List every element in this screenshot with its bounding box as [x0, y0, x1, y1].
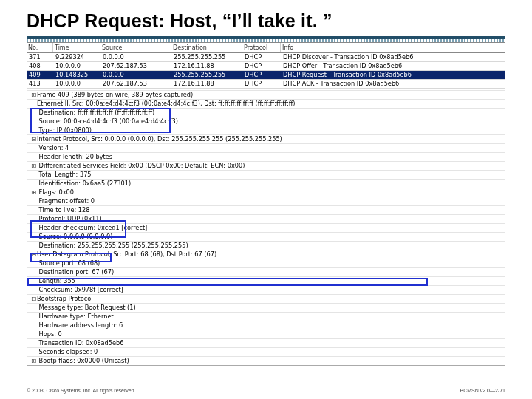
slide-title: DHCP Request: Host, “I’ll take it. ” [0, 0, 532, 36]
expander-icon[interactable]: ⊞ [30, 91, 37, 99]
detail-line: Header length: 20 bytes [27, 152, 505, 161]
slide-number: BCMSN v2.0—2-71 [460, 388, 505, 393]
cell-time: 10.0.0.0 [54, 80, 101, 88]
cell-dst: 255.255.255.255 [172, 71, 243, 79]
expander-icon[interactable]: ⊞ [30, 162, 37, 170]
cell-proto: DHCP [243, 80, 282, 88]
detail-text: Ethernet II, Src: 00:0a:e4:d4:4c:f3 (00:… [37, 100, 296, 107]
detail-text: Source: 00:0a:e4:d4:4c:f3 (00:0a:e4:d4:4… [37, 117, 178, 125]
detail-line: Destination port: 67 (67) [27, 267, 505, 276]
detail-text: Hops: 0 [37, 330, 62, 338]
detail-line: Version: 4 [27, 143, 505, 152]
detail-line: Destination: ff:ff:ff:ff:ff:ff (ff:ff:ff… [27, 108, 505, 117]
cell-time: 10.148325 [54, 71, 101, 79]
detail-line: Hardware type: Ethernet [27, 312, 505, 321]
cell-info: DHCP Offer - Transaction ID 0x8ad5eb6 [282, 62, 505, 70]
cell-proto: DHCP [243, 62, 282, 70]
expander-icon[interactable]: ⊞ [30, 357, 37, 365]
packet-row[interactable]: 41310.0.0.0207.62.187.53172.16.11.88DHCP… [27, 80, 505, 89]
detail-text: Total Length: 375 [37, 171, 92, 178]
detail-line: ⊞ Flags: 0x00 [27, 188, 505, 197]
packet-detail: ⊞Frame 409 (389 bytes on wire, 389 bytes… [27, 90, 505, 366]
packet-row[interactable]: 3719.2293240.0.0.0255.255.255.255DHCPDHC… [27, 53, 505, 62]
cell-info: DHCP ACK - Transaction ID 0x8ad5eb6 [282, 80, 505, 88]
detail-text: Time to live: 128 [37, 206, 89, 214]
detail-text: User Datagram Protocol, Src Port: 68 (68… [37, 250, 216, 258]
detail-text: Fragment offset: 0 [37, 197, 95, 205]
expander-icon[interactable]: ⊟ [30, 250, 37, 259]
copyright: © 2003, Cisco Systems, Inc. All rights r… [27, 388, 136, 393]
detail-line: ⊞ Differentiated Services Field: 0x00 (D… [27, 161, 505, 170]
cell-no: 413 [27, 80, 54, 88]
hdr-destination: Destination [171, 43, 242, 52]
cell-src: 207.62.187.53 [101, 62, 172, 70]
detail-line: Length: 355 [27, 276, 505, 285]
cell-info: DHCP Discover - Transaction ID 0x8ad5eb6 [282, 53, 505, 61]
detail-text: Seconds elapsed: 0 [37, 348, 98, 355]
packet-list: 3719.2293240.0.0.0255.255.255.255DHCPDHC… [27, 53, 505, 89]
cell-dst: 172.16.11.88 [172, 80, 243, 88]
detail-text: Hardware address length: 6 [37, 321, 123, 329]
packet-capture: No. Time Source Destination Protocol Inf… [27, 42, 505, 366]
detail-line: ⊞Frame 409 (389 bytes on wire, 389 bytes… [27, 90, 505, 99]
column-headers: No. Time Source Destination Protocol Inf… [27, 42, 505, 53]
expander-icon[interactable]: ⊟ [30, 295, 37, 303]
hdr-no: No. [27, 43, 53, 52]
cell-time: 10.0.0.0 [54, 62, 101, 70]
detail-line: Header checksum: 0xced1 [correct] [27, 223, 505, 232]
expander-icon[interactable]: ⊟ [30, 135, 37, 143]
detail-text: Destination: ff:ff:ff:ff:ff:ff (ff:ff:ff… [37, 109, 154, 116]
detail-text: Header length: 20 bytes [37, 153, 112, 160]
detail-text: Internet Protocol, Src: 0.0.0.0 (0.0.0.0… [37, 135, 282, 143]
hdr-source: Source [100, 43, 171, 52]
detail-line: Hops: 0 [27, 330, 505, 338]
footer: © 2003, Cisco Systems, Inc. All rights r… [27, 388, 505, 393]
cell-info: DHCP Request - Transaction ID 0x8ad5eb6 [282, 71, 505, 79]
cell-dst: 255.255.255.255 [172, 53, 243, 61]
cell-time: 9.229324 [54, 53, 101, 61]
detail-text: Source: 0.0.0.0 (0.0.0.0) [37, 233, 112, 240]
detail-line: Identification: 0x6aa5 (27301) [27, 179, 505, 188]
detail-text: Type: IP (0x0800) [37, 126, 92, 134]
cell-no: 409 [27, 71, 54, 79]
detail-line: Protocol: UDP (0x11) [27, 214, 505, 223]
hdr-protocol: Protocol [242, 43, 281, 52]
detail-line: Source: 0.0.0.0 (0.0.0.0) [27, 232, 505, 241]
detail-text: Message type: Boot Request (1) [37, 304, 136, 311]
hdr-info: Info [281, 43, 505, 52]
cell-src: 0.0.0.0 [101, 53, 172, 61]
cell-proto: DHCP [243, 71, 282, 79]
detail-line: ⊟Bootstrap Protocol [27, 294, 505, 303]
detail-text: Destination: 255.255.255.255 (255.255.25… [37, 242, 188, 249]
detail-line: Hardware address length: 6 [27, 321, 505, 330]
cell-src: 0.0.0.0 [101, 71, 172, 79]
cell-dst: 172.16.11.88 [172, 62, 243, 70]
cell-no: 371 [27, 53, 54, 61]
detail-line: Fragment offset: 0 [27, 197, 505, 205]
detail-text: Flags: 0x00 [37, 188, 74, 196]
packet-row[interactable]: 40910.1483250.0.0.0255.255.255.255DHCPDH… [27, 71, 505, 80]
detail-line: Ethernet II, Src: 00:0a:e4:d4:4c:f3 (00:… [27, 99, 505, 108]
detail-line: Destination: 255.255.255.255 (255.255.25… [27, 241, 505, 250]
detail-line: Total Length: 375 [27, 170, 505, 179]
detail-text: Length: 355 [37, 277, 75, 284]
detail-line: Type: IP (0x0800) [27, 126, 505, 134]
expander-icon[interactable]: ⊞ [30, 188, 37, 197]
detail-text: Protocol: UDP (0x11) [37, 215, 102, 222]
detail-line: Seconds elapsed: 0 [27, 347, 505, 356]
cell-no: 408 [27, 62, 54, 70]
detail-line: Checksum: 0x978f [correct] [27, 285, 505, 294]
detail-line: ⊟User Datagram Protocol, Src Port: 68 (6… [27, 250, 505, 259]
title-rule [27, 36, 505, 42]
detail-text: Source port: 68 (68) [37, 259, 100, 267]
detail-text: Bootstrap Protocol [37, 295, 93, 302]
detail-text: Frame 409 (389 bytes on wire, 389 bytes … [37, 91, 193, 98]
detail-text: Identification: 0x6aa5 (27301) [37, 180, 131, 187]
detail-line: Source port: 68 (68) [27, 259, 505, 267]
cell-proto: DHCP [243, 53, 282, 61]
hdr-time: Time [53, 43, 100, 52]
detail-line: ⊞ Bootp flags: 0x0000 (Unicast) [27, 356, 505, 365]
detail-text: Destination port: 67 (67) [37, 268, 114, 276]
packet-row[interactable]: 40810.0.0.0207.62.187.53172.16.11.88DHCP… [27, 62, 505, 71]
detail-text: Transaction ID: 0x08ad5eb6 [37, 339, 123, 347]
